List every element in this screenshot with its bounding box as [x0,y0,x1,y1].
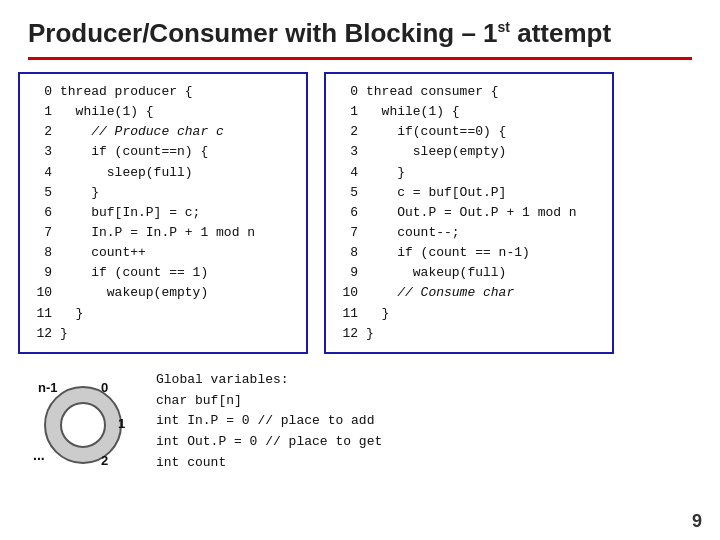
line-code: buf[In.P] = c; [60,203,200,223]
bottom-area: n-1 0 1 2 ... Global variables: char buf… [0,360,720,474]
line-code: if (count==n) { [60,142,208,162]
title: Producer/Consumer with Blocking – 1st at… [0,0,720,57]
line-code: c = buf[Out.P] [366,183,506,203]
line-code: // Consume char [366,283,514,303]
line-number: 9 [30,263,52,283]
line-number: 1 [336,102,358,122]
table-row: 9 wakeup(full) [336,263,602,283]
line-code: wakeup(empty) [60,283,208,303]
line-code: if (count == 1) [60,263,208,283]
globals-line4: int count [156,453,382,474]
table-row: 8 if (count == n-1) [336,243,602,263]
slide-number: 9 [692,511,702,532]
line-number: 5 [30,183,52,203]
table-row: 11 } [336,304,602,324]
globals-line3: int Out.P = 0 // place to get [156,432,382,453]
line-number: 12 [30,324,52,344]
line-number: 7 [336,223,358,243]
table-row: 4 } [336,163,602,183]
line-code: } [60,324,68,344]
table-row: 12} [336,324,602,344]
title-suffix: attempt [510,18,611,48]
line-code: thread consumer { [366,82,499,102]
table-row: 8 count++ [30,243,296,263]
table-row: 10 wakeup(empty) [30,283,296,303]
globals-line2: int In.P = 0 // place to add [156,411,382,432]
line-number: 10 [336,283,358,303]
title-text: Producer/Consumer with Blocking – 1 [28,18,498,48]
line-number: 0 [336,82,358,102]
line-code: if(count==0) { [366,122,506,142]
line-code: wakeup(full) [366,263,506,283]
line-code: while(1) { [366,102,460,122]
table-row: 2 if(count==0) { [336,122,602,142]
line-code: sleep(empty) [366,142,506,162]
title-underline [28,57,692,60]
title-sup: st [498,19,510,35]
ring-label-0: 0 [101,380,108,395]
line-code: // Produce char c [60,122,224,142]
producer-code-box: 0thread producer {1 while(1) {2 // Produ… [18,72,308,354]
line-number: 5 [336,183,358,203]
line-code: if (count == n-1) [366,243,530,263]
table-row: 11 } [30,304,296,324]
ring-label-1: 1 [118,416,125,431]
svg-point-1 [61,403,105,447]
line-code: } [366,304,389,324]
line-number: 11 [336,304,358,324]
table-row: 12} [30,324,296,344]
table-row: 6 Out.P = Out.P + 1 mod n [336,203,602,223]
line-number: 0 [30,82,52,102]
line-code: thread producer { [60,82,193,102]
table-row: 0thread consumer { [336,82,602,102]
table-row: 0thread producer { [30,82,296,102]
code-area: 0thread producer {1 while(1) {2 // Produ… [0,72,720,354]
line-number: 8 [336,243,358,263]
table-row: 3 sleep(empty) [336,142,602,162]
line-number: 6 [336,203,358,223]
ring-diagram: n-1 0 1 2 ... [28,370,138,470]
table-row: 5 c = buf[Out.P] [336,183,602,203]
line-number: 3 [336,142,358,162]
line-code: while(1) { [60,102,154,122]
line-code: } [60,183,99,203]
line-code: In.P = In.P + 1 mod n [60,223,255,243]
line-number: 9 [336,263,358,283]
table-row: 2 // Produce char c [30,122,296,142]
line-number: 12 [336,324,358,344]
line-code: sleep(full) [60,163,193,183]
globals-label: Global variables: [156,370,382,391]
table-row: 9 if (count == 1) [30,263,296,283]
line-code: count++ [60,243,146,263]
line-number: 4 [336,163,358,183]
table-row: 3 if (count==n) { [30,142,296,162]
ring-label-n1: n-1 [38,380,58,395]
line-number: 10 [30,283,52,303]
table-row: 7 count--; [336,223,602,243]
table-row: 1 while(1) { [336,102,602,122]
line-number: 4 [30,163,52,183]
table-row: 7 In.P = In.P + 1 mod n [30,223,296,243]
global-variables: Global variables: char buf[n] int In.P =… [156,370,382,474]
line-number: 8 [30,243,52,263]
line-number: 6 [30,203,52,223]
line-code: } [366,163,405,183]
line-number: 1 [30,102,52,122]
line-code: count--; [366,223,460,243]
table-row: 6 buf[In.P] = c; [30,203,296,223]
line-code: Out.P = Out.P + 1 mod n [366,203,577,223]
ring-label-ellipsis: ... [33,447,45,463]
consumer-code-box: 0thread consumer {1 while(1) {2 if(count… [324,72,614,354]
table-row: 10 // Consume char [336,283,602,303]
line-number: 7 [30,223,52,243]
line-number: 11 [30,304,52,324]
line-code: } [60,304,83,324]
globals-line1: char buf[n] [156,391,382,412]
line-code: } [366,324,374,344]
line-number: 3 [30,142,52,162]
table-row: 5 } [30,183,296,203]
table-row: 4 sleep(full) [30,163,296,183]
ring-label-2: 2 [101,453,108,468]
line-number: 2 [30,122,52,142]
line-number: 2 [336,122,358,142]
